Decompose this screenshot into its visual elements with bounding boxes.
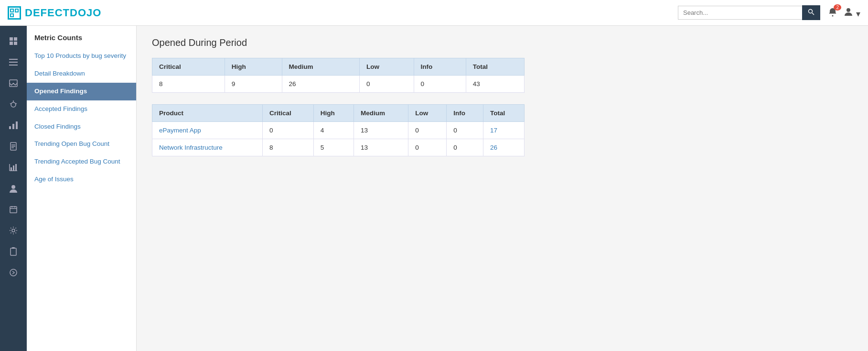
page-title: Opened During Period: [152, 37, 853, 48]
summary-col-info: Info: [414, 58, 466, 76]
svg-point-6: [847, 8, 850, 12]
nav-settings-icon[interactable]: [4, 221, 23, 240]
svg-rect-13: [9, 65, 18, 66]
svg-point-31: [11, 185, 15, 189]
nav-dashboard-icon[interactable]: [4, 32, 23, 51]
nav-list-icon[interactable]: [4, 53, 23, 72]
summary-info: 0: [414, 76, 466, 93]
summary-col-total: Total: [466, 58, 524, 76]
summary-critical: 8: [152, 76, 225, 93]
nav-calendar-icon[interactable]: [4, 200, 23, 219]
nav-document-icon[interactable]: [4, 137, 23, 156]
layout: Metric Counts Top 10 Products by bug sev…: [0, 26, 868, 351]
detail-col-product: Product: [152, 105, 263, 122]
row-high: 5: [313, 139, 354, 156]
svg-rect-21: [16, 121, 18, 129]
svg-rect-9: [10, 42, 13, 45]
svg-point-36: [12, 229, 15, 232]
summary-table: Critical High Medium Low Info Total 8 9 …: [152, 58, 525, 93]
nav-item-trending-open[interactable]: Trending Open Bug Count: [27, 135, 136, 153]
nav-inbox-icon[interactable]: [4, 74, 23, 93]
logo: DEFECTDOJO: [8, 6, 101, 20]
svg-rect-7: [10, 37, 13, 41]
nav-item-detail[interactable]: Detail Breakdown: [27, 65, 136, 83]
summary-total: 43: [466, 76, 524, 93]
svg-rect-19: [9, 126, 11, 129]
detail-col-low: Low: [408, 105, 447, 122]
detail-col-total: Total: [483, 105, 524, 122]
svg-rect-12: [9, 62, 18, 63]
row-critical: 0: [263, 122, 314, 139]
svg-rect-11: [9, 59, 18, 60]
logo-icon: [8, 6, 21, 20]
svg-point-3: [808, 10, 812, 13]
product-link[interactable]: ePayment App: [152, 122, 263, 139]
main-content: Opened During Period Critical High Mediu…: [137, 26, 868, 351]
nav-item-opened[interactable]: Opened Findings: [27, 83, 136, 100]
row-medium: 13: [354, 139, 408, 156]
row-info: 0: [447, 139, 483, 156]
bell-badge: 2: [834, 4, 841, 11]
bell-button[interactable]: 2: [828, 7, 837, 18]
left-nav-title: Metric Counts: [27, 33, 136, 47]
nav-item-trending-accepted[interactable]: Trending Accepted Bug Count: [27, 153, 136, 171]
detail-col-high: High: [313, 105, 354, 122]
svg-point-5: [832, 15, 833, 17]
row-medium: 13: [354, 122, 408, 139]
detail-col-critical: Critical: [263, 105, 314, 122]
svg-rect-1: [15, 9, 18, 12]
nav-barchart-icon[interactable]: [4, 158, 23, 177]
svg-rect-2: [11, 14, 13, 17]
svg-rect-10: [14, 42, 17, 45]
row-total[interactable]: 17: [483, 122, 524, 139]
svg-rect-8: [14, 37, 17, 41]
search-button[interactable]: [802, 5, 820, 20]
row-low: 0: [408, 122, 447, 139]
svg-rect-0: [11, 9, 13, 12]
navbar-icons: 2 ▾: [828, 6, 860, 19]
nav-metrics-icon[interactable]: [4, 116, 23, 135]
summary-high: 9: [225, 76, 282, 93]
summary-low: 0: [359, 76, 414, 93]
summary-col-low: Low: [359, 58, 414, 76]
row-total[interactable]: 26: [483, 139, 524, 156]
svg-rect-38: [12, 247, 15, 249]
summary-col-high: High: [225, 58, 282, 76]
nav-item-accepted[interactable]: Accepted Findings: [27, 100, 136, 118]
user-menu-button[interactable]: ▾: [843, 6, 860, 19]
summary-col-critical: Critical: [152, 58, 225, 76]
svg-rect-30: [15, 164, 17, 171]
svg-point-39: [10, 269, 17, 276]
nav-item-top10[interactable]: Top 10 Products by bug severity: [27, 47, 136, 65]
svg-rect-37: [11, 248, 16, 255]
summary-row: 8 9 26 0 0 43: [152, 76, 525, 93]
nav-item-closed[interactable]: Closed Findings: [27, 118, 136, 136]
table-row: Network Infrastructure 8 5 13 0 0 26: [152, 139, 525, 156]
nav-bug-icon[interactable]: [4, 95, 23, 114]
svg-rect-32: [10, 207, 17, 213]
summary-col-medium: Medium: [282, 58, 359, 76]
product-link[interactable]: Network Infrastructure: [152, 139, 263, 156]
svg-line-4: [812, 13, 814, 15]
row-info: 0: [447, 122, 483, 139]
table-row: ePayment App 0 4 13 0 0 17: [152, 122, 525, 139]
nav-clipboard-icon[interactable]: [4, 242, 23, 261]
detail-table: Product Critical High Medium Low Info To…: [152, 104, 525, 156]
svg-rect-28: [11, 167, 12, 171]
svg-rect-29: [13, 165, 14, 171]
row-high: 4: [313, 122, 354, 139]
navbar: DEFECTDOJO 2 ▾: [0, 0, 868, 26]
svg-point-15: [11, 102, 16, 107]
logo-text: DEFECTDOJO: [25, 7, 101, 19]
search-input[interactable]: [678, 6, 802, 20]
row-critical: 8: [263, 139, 314, 156]
left-nav: Metric Counts Top 10 Products by bug sev…: [27, 26, 137, 351]
nav-user-icon[interactable]: [4, 179, 23, 198]
summary-medium: 26: [282, 76, 359, 93]
sidebar-icons: [0, 26, 27, 351]
nav-item-age[interactable]: Age of Issues: [27, 171, 136, 188]
svg-rect-20: [12, 124, 14, 129]
detail-col-medium: Medium: [354, 105, 408, 122]
search-area: [678, 5, 820, 20]
nav-arrow-icon[interactable]: [4, 263, 23, 282]
